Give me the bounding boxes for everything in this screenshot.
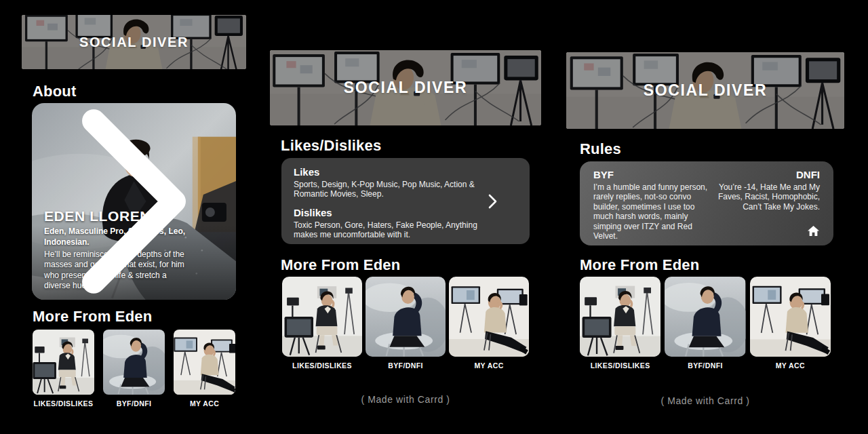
thumb-label[interactable]: LIKES/DISLIKES — [282, 361, 362, 370]
thumb-label[interactable]: MY ACC — [174, 399, 235, 408]
dislikes-text: Toxic Person, Gore, Haters, Fake People,… — [294, 220, 486, 240]
thumb-label[interactable]: MY ACC — [449, 361, 529, 370]
likes-text: Sports, Design, K-Pop Music, Pop Music, … — [294, 180, 486, 199]
likes-dislikes-card[interactable]: Likes Sports, Design, K-Pop Music, Pop M… — [281, 158, 530, 244]
about-card[interactable]: EDEN LLORENTE Eden, Masculine Pro, 04 Li… — [32, 103, 236, 300]
dnfi-title: DNFI — [718, 169, 820, 181]
byf-block: BYF I’m a humble and funny person, rarel… — [593, 169, 711, 238]
thumb-photo-myacc — [750, 277, 831, 357]
thumb-byf-dnfi-image[interactable] — [366, 277, 446, 357]
more-from-eden-title: More From Eden — [580, 256, 831, 274]
dnfi-text: You’re -14, Hate Me and My Faves, Racist… — [718, 182, 820, 212]
thumb-likes-dislikes: LIKES/DISLIKES — [580, 277, 660, 370]
thumb-photo-byf — [665, 277, 745, 357]
thumb-my-acc-image[interactable] — [750, 277, 831, 357]
chevron-right-icon[interactable] — [488, 194, 497, 209]
thumb-likes-dislikes-image[interactable] — [282, 277, 362, 357]
thumb-my-acc: MY ACC — [750, 277, 831, 370]
thumb-my-acc: MY ACC — [174, 330, 235, 408]
thumbnail-row: LIKES/DISLIKES BYF/DNFI MY ACC — [566, 277, 844, 370]
thumb-likes-dislikes: LIKES/DISLIKES — [282, 277, 362, 370]
header-banner: SOCIAL DIVER — [270, 50, 541, 125]
thumb-photo-likes — [580, 277, 660, 357]
thumb-photo-byf — [366, 277, 446, 357]
thumbnail-row: LIKES/DISLIKES BYF/DNFI MY ACC — [270, 277, 541, 370]
site-title: SOCIAL DIVER — [270, 50, 541, 125]
thumb-photo-myacc — [174, 330, 235, 395]
home-icon[interactable] — [806, 225, 820, 237]
more-from-eden-title: More From Eden — [33, 308, 235, 326]
dnfi-block: DNFI You’re -14, Hate Me and My Faves, R… — [718, 169, 820, 238]
byf-title: BYF — [593, 169, 711, 181]
thumb-likes-dislikes: LIKES/DISLIKES — [33, 330, 94, 408]
dislikes-block: Dislikes Toxic Person, Gore, Haters, Fak… — [294, 207, 486, 240]
made-with-carrd[interactable]: ( Made with Carrd ) — [566, 395, 844, 406]
dislikes-title: Dislikes — [294, 207, 486, 219]
thumbnail-row: LIKES/DISLIKES BYF/DNFI MY ACC — [22, 330, 246, 408]
panel-likes-dislikes: SOCIAL DIVER Likes/Dislikes Likes Sports… — [270, 50, 541, 405]
thumb-byf-dnfi: BYF/DNFI — [103, 330, 165, 408]
thumb-photo-byf — [103, 330, 165, 395]
thumb-my-acc-image[interactable] — [174, 330, 235, 395]
thumb-photo-likes — [282, 277, 362, 357]
site-title: SOCIAL DIVER — [566, 52, 844, 129]
thumb-label[interactable]: LIKES/DISLIKES — [580, 361, 660, 370]
thumb-label[interactable]: BYF/DNFI — [366, 361, 446, 370]
thumb-label[interactable]: BYF/DNFI — [103, 399, 165, 408]
thumb-label[interactable]: LIKES/DISLIKES — [33, 399, 94, 408]
thumb-likes-dislikes-image[interactable] — [580, 277, 660, 357]
thumb-my-acc-image[interactable] — [449, 277, 529, 357]
chevron-right-icon[interactable] — [32, 103, 236, 300]
header-banner: SOCIAL DIVER — [566, 52, 844, 129]
thumb-label[interactable]: MY ACC — [750, 361, 831, 370]
likes-block: Likes Sports, Design, K-Pop Music, Pop M… — [294, 166, 486, 199]
rules-card: BYF I’m a humble and funny person, rarel… — [580, 161, 833, 245]
site-title: SOCIAL DIVER — [22, 15, 246, 69]
likes-title: Likes — [294, 166, 486, 178]
header-banner: SOCIAL DIVER — [22, 15, 246, 69]
panel-rules: SOCIAL DIVER Rules BYF I’m a humble and … — [566, 52, 844, 406]
panel-about: SOCIAL DIVER About EDEN LLORENTE Eden, M… — [22, 15, 246, 408]
section-title-likes-dislikes: Likes/Dislikes — [281, 137, 530, 155]
thumb-byf-dnfi: BYF/DNFI — [366, 277, 446, 370]
byf-text: I’m a humble and funny person, rarely re… — [593, 182, 711, 241]
more-from-eden-title: More From Eden — [281, 256, 530, 274]
thumb-byf-dnfi-image[interactable] — [103, 330, 165, 395]
thumb-likes-dislikes-image[interactable] — [33, 330, 94, 395]
section-title-about: About — [33, 83, 235, 100]
made-with-carrd[interactable]: ( Made with Carrd ) — [270, 394, 541, 405]
thumb-label[interactable]: BYF/DNFI — [665, 361, 745, 370]
thumb-byf-dnfi-image[interactable] — [665, 277, 745, 357]
thumb-photo-likes — [33, 330, 94, 395]
page: SOCIAL DIVER About EDEN LLORENTE Eden, M… — [0, 0, 868, 434]
section-title-rules: Rules — [580, 140, 831, 158]
thumb-photo-myacc — [449, 277, 529, 357]
thumb-my-acc: MY ACC — [449, 277, 529, 370]
thumb-byf-dnfi: BYF/DNFI — [665, 277, 745, 370]
